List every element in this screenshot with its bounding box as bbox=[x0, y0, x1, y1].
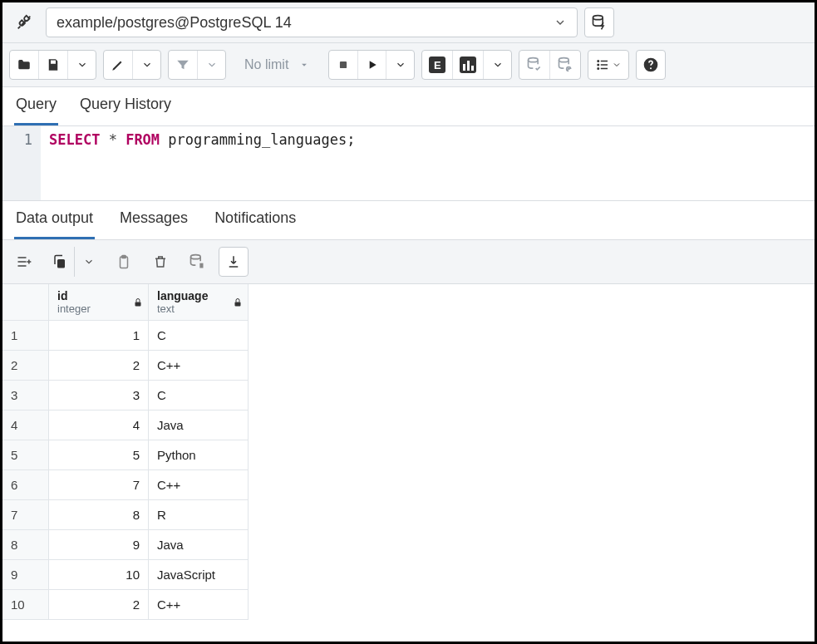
edit-dropdown[interactable] bbox=[132, 51, 160, 79]
row-number[interactable]: 2 bbox=[2, 351, 49, 381]
macros-button[interactable] bbox=[588, 51, 628, 79]
filter-button[interactable] bbox=[169, 51, 197, 79]
cell-language[interactable]: Java bbox=[149, 530, 249, 560]
cell-language[interactable]: C bbox=[149, 381, 249, 410]
row-number[interactable]: 10 bbox=[2, 590, 49, 620]
sql-text: programming_languages; bbox=[160, 131, 355, 148]
sql-keyword: SELECT bbox=[49, 131, 100, 148]
query-toolbar: No limit E bbox=[2, 43, 815, 87]
filter-dropdown[interactable] bbox=[197, 51, 225, 79]
save-dropdown[interactable] bbox=[67, 51, 96, 79]
cell-language[interactable]: JavaScript bbox=[149, 560, 249, 590]
clipboard-icon bbox=[116, 254, 131, 269]
row-number[interactable]: 6 bbox=[2, 470, 49, 500]
save-icon bbox=[46, 57, 61, 72]
lock-icon bbox=[233, 297, 243, 307]
cell-language[interactable]: R bbox=[149, 500, 249, 530]
cell-id[interactable]: 4 bbox=[49, 410, 149, 440]
limit-select[interactable]: No limit bbox=[233, 50, 322, 80]
tab-data-output[interactable]: Data output bbox=[14, 201, 95, 239]
connection-select[interactable]: example/postgres@PostgreSQL 14 bbox=[46, 7, 578, 37]
edit-button[interactable] bbox=[104, 51, 132, 79]
rollback-button[interactable] bbox=[549, 51, 580, 79]
explain-button[interactable]: E bbox=[422, 51, 452, 79]
row-number[interactable]: 5 bbox=[2, 440, 49, 470]
sql-text: * bbox=[100, 131, 126, 148]
editor-content[interactable]: SELECT * FROM programming_languages; bbox=[41, 126, 815, 200]
cell-id[interactable]: 8 bbox=[49, 500, 149, 530]
svg-point-0 bbox=[593, 16, 603, 20]
svg-point-12 bbox=[650, 67, 652, 69]
add-row-button[interactable] bbox=[9, 247, 39, 277]
svg-point-3 bbox=[529, 58, 539, 62]
tab-query-history[interactable]: Query History bbox=[78, 87, 173, 125]
svg-rect-24 bbox=[235, 302, 241, 306]
trash-icon bbox=[153, 254, 168, 269]
new-connection-button[interactable] bbox=[584, 7, 614, 37]
database-bolt-icon bbox=[591, 14, 608, 31]
cell-language[interactable]: C bbox=[149, 321, 249, 351]
cell-id[interactable]: 10 bbox=[49, 560, 149, 590]
commit-button[interactable] bbox=[519, 51, 549, 79]
svg-point-7 bbox=[598, 64, 599, 66]
column-type: integer bbox=[57, 302, 91, 315]
svg-rect-22 bbox=[229, 266, 239, 268]
row-number-header[interactable] bbox=[2, 284, 49, 321]
chevron-down-icon bbox=[554, 16, 567, 29]
editor-gutter: 1 bbox=[2, 126, 41, 200]
execute-dropdown[interactable] bbox=[386, 51, 414, 79]
row-number[interactable]: 7 bbox=[2, 500, 49, 530]
help-icon bbox=[642, 57, 659, 73]
connection-status-button[interactable] bbox=[9, 7, 39, 37]
open-file-button[interactable] bbox=[10, 51, 38, 79]
cell-language[interactable]: C++ bbox=[149, 351, 249, 381]
svg-rect-20 bbox=[122, 256, 126, 258]
delete-row-button[interactable] bbox=[145, 247, 175, 277]
macros-group bbox=[588, 50, 629, 80]
filter-icon bbox=[175, 57, 190, 72]
stop-button[interactable] bbox=[329, 51, 357, 79]
copy-button[interactable] bbox=[46, 247, 74, 277]
chevron-down-icon bbox=[141, 59, 153, 71]
row-number[interactable]: 3 bbox=[2, 381, 49, 410]
column-header-id[interactable]: id integer bbox=[49, 284, 149, 321]
result-toolbar bbox=[2, 240, 815, 284]
tab-query[interactable]: Query bbox=[14, 87, 58, 125]
help-button[interactable] bbox=[636, 50, 666, 80]
column-header-language[interactable]: language text bbox=[149, 284, 249, 321]
cell-id[interactable]: 5 bbox=[49, 440, 149, 470]
explain-analyze-button[interactable] bbox=[452, 51, 483, 79]
download-icon bbox=[226, 254, 241, 269]
cell-language[interactable]: Python bbox=[149, 440, 249, 470]
cell-id[interactable]: 2 bbox=[49, 351, 149, 381]
cell-id[interactable]: 2 bbox=[49, 590, 149, 620]
explain-dropdown[interactable] bbox=[483, 51, 511, 79]
column-name: id bbox=[57, 289, 67, 302]
chevron-down-icon bbox=[206, 59, 218, 71]
svg-rect-18 bbox=[57, 259, 65, 268]
chart-icon bbox=[460, 57, 476, 73]
cell-language[interactable]: C++ bbox=[149, 470, 249, 500]
save-file-button[interactable] bbox=[38, 51, 67, 79]
cell-language[interactable]: Java bbox=[149, 410, 249, 440]
sql-editor[interactable]: 1 SELECT * FROM programming_languages; bbox=[2, 126, 815, 201]
row-number[interactable]: 4 bbox=[2, 410, 49, 440]
paste-button[interactable] bbox=[109, 247, 139, 277]
cell-id[interactable]: 3 bbox=[49, 381, 149, 410]
execute-button[interactable] bbox=[357, 51, 386, 79]
copy-dropdown[interactable] bbox=[74, 247, 102, 277]
cell-id[interactable]: 1 bbox=[49, 321, 149, 351]
row-number[interactable]: 8 bbox=[2, 530, 49, 560]
save-data-button[interactable] bbox=[182, 247, 212, 277]
cell-id[interactable]: 7 bbox=[49, 470, 149, 500]
cell-id[interactable]: 9 bbox=[49, 530, 149, 560]
tab-notifications[interactable]: Notifications bbox=[213, 201, 298, 239]
cell-language[interactable]: C++ bbox=[149, 590, 249, 620]
tab-messages[interactable]: Messages bbox=[118, 201, 189, 239]
row-number[interactable]: 1 bbox=[2, 321, 49, 351]
connection-bar: example/postgres@PostgreSQL 14 bbox=[2, 2, 815, 43]
result-grid[interactable]: id integer language text 11C22C++33C44Ja… bbox=[2, 284, 249, 620]
edit-group bbox=[103, 50, 161, 80]
download-button[interactable] bbox=[219, 247, 249, 277]
row-number[interactable]: 9 bbox=[2, 560, 49, 590]
